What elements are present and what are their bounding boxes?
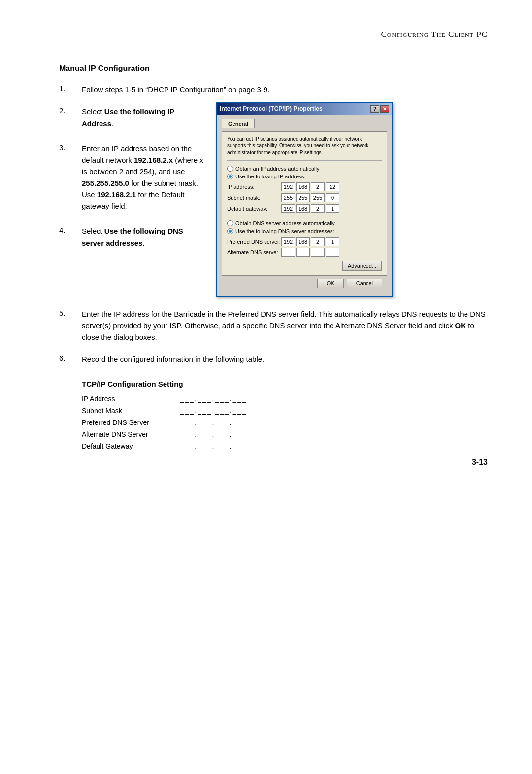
step-3: 3. Enter an IP address based on the defa… (59, 143, 207, 212)
table-label-gw: Default Gateway (82, 440, 180, 452)
tab-general[interactable]: General (222, 119, 255, 128)
ip-fields-section: IP address: Subnet mask: (227, 182, 382, 213)
subnet-mask-row: Subnet mask: (227, 193, 382, 202)
step-1-text: Follow steps 1-5 in “DHCP IP Configurati… (82, 84, 488, 95)
step-2-number: 2. (59, 106, 73, 115)
radio-auto-label: Obtain an IP address automatically (235, 166, 319, 172)
step-2: 2. Select Use the following IP Address. (59, 106, 207, 129)
subnet-mask-fields (281, 193, 339, 202)
page-header: Configuring The Client PC (59, 30, 488, 39)
gw-oct4[interactable] (326, 204, 339, 213)
table-value-pdns: ___.___.___.___ (180, 417, 279, 428)
step-3-number: 3. (59, 143, 73, 152)
radio-auto[interactable] (227, 166, 233, 172)
steps-left: 2. Select Use the following IP Address. … (59, 106, 207, 259)
cancel-button[interactable]: Cancel (347, 279, 382, 288)
dns-fields-section: Preferred DNS server: Alternate DNS serv… (227, 237, 382, 257)
win-dialog-title: Internet Protocol (TCP/IP) Properties (220, 106, 323, 112)
table-row: Subnet Mask ___.___.___.___ (82, 405, 279, 417)
ok-button[interactable]: OK (317, 279, 344, 288)
ip-oct2[interactable] (296, 182, 310, 191)
table-row: Preferred DNS Server ___.___.___.___ (82, 417, 279, 428)
dns-radio-auto[interactable] (227, 220, 233, 226)
tcp-ip-dialog: Internet Protocol (TCP/IP) Properties ? … (216, 102, 403, 297)
gw-oct3[interactable] (311, 204, 325, 213)
step-1: 1. Follow steps 1-5 in “DHCP IP Configur… (59, 84, 488, 95)
advanced-button[interactable]: Advanced... (342, 261, 382, 271)
ip-oct3[interactable] (311, 182, 325, 191)
dns-radio-auto-row[interactable]: Obtain DNS server address automatically (227, 220, 382, 226)
pdns-oct4[interactable] (326, 237, 339, 246)
win-body: General You can get IP settings assigned… (217, 115, 392, 296)
step-5-number: 5. (59, 308, 73, 317)
gateway-label: Default gateway: (227, 206, 281, 211)
step-6-text: Record the configured information in the… (82, 353, 488, 365)
adns-oct4[interactable] (326, 248, 339, 257)
table-label-subnet: Subnet Mask (82, 405, 180, 417)
pdns-oct2[interactable] (296, 237, 310, 246)
win-tab-bar: General (222, 119, 387, 128)
preferred-dns-row: Preferred DNS server: (227, 237, 382, 246)
adns-oct3[interactable] (311, 248, 325, 257)
table-row: Default Gateway ___.___.___.___ (82, 440, 279, 452)
ip-address-row: IP address: (227, 182, 382, 191)
ip-oct4[interactable] (326, 182, 339, 191)
win-content: You can get IP settings assigned automat… (222, 131, 387, 275)
section-title: Manual IP Configuration (59, 64, 488, 73)
sub-oct3[interactable] (311, 193, 325, 202)
radio-following[interactable] (227, 174, 233, 179)
preferred-dns-fields (281, 237, 339, 246)
win-close-btn[interactable]: ✕ (380, 105, 389, 113)
table-value-subnet: ___.___.___.___ (180, 405, 279, 417)
preferred-dns-label: Preferred DNS server: (227, 239, 281, 245)
step-4-number: 4. (59, 225, 73, 234)
steps-with-dialog: 2. Select Use the following IP Address. … (59, 106, 488, 297)
ip-address-fields (281, 182, 339, 191)
gw-dotted: ___.___.___.___ (180, 442, 247, 450)
pdns-oct3[interactable] (311, 237, 325, 246)
table-section: TCP/IP Configuration Setting IP Address … (82, 380, 488, 452)
adns-oct1[interactable] (281, 248, 295, 257)
win-dialog-container: Internet Protocol (TCP/IP) Properties ? … (216, 102, 393, 297)
ip-address-label: IP address: (227, 184, 281, 190)
step-2-text: Select Use the following IP Address. (82, 106, 207, 129)
sub-oct4[interactable] (326, 193, 339, 202)
pdns-dotted: ___.___.___.___ (180, 419, 247, 426)
win-help-btn[interactable]: ? (370, 105, 379, 113)
table-row: Alternate DNS Server ___.___.___.___ (82, 428, 279, 440)
dns-radio-following-row[interactable]: Use the following DNS server addresses: (227, 228, 382, 234)
table-value-ip: ___.___.___.___ (180, 393, 279, 405)
step-6: 6. Record the configured information in … (59, 353, 488, 365)
gateway-fields (281, 204, 339, 213)
step-3-text: Enter an IP address based on the default… (82, 143, 207, 212)
gateway-row: Default gateway: (227, 204, 382, 213)
table-label-pdns: Preferred DNS Server (82, 417, 180, 428)
dns-radio-following[interactable] (227, 228, 233, 234)
radio-auto-row[interactable]: Obtain an IP address automatically (227, 166, 382, 172)
dns-radio-auto-label: Obtain DNS server address automatically (235, 220, 335, 226)
table-value-adns: ___.___.___.___ (180, 428, 279, 440)
gw-oct2[interactable] (296, 204, 310, 213)
page-number: 3-13 (472, 458, 488, 467)
radio-following-label: Use the following IP address: (235, 174, 305, 179)
ip-dotted: ___.___.___.___ (180, 395, 247, 403)
subnet-mask-label: Subnet mask: (227, 195, 281, 201)
sub-oct1[interactable] (281, 193, 295, 202)
adns-oct2[interactable] (296, 248, 310, 257)
radio-following-row[interactable]: Use the following IP address: (227, 174, 382, 179)
alternate-dns-fields (281, 248, 339, 257)
pdns-oct1[interactable] (281, 237, 295, 246)
page: Configuring The Client PC Manual IP Conf… (0, 0, 532, 492)
sub-oct2[interactable] (296, 193, 310, 202)
section-divider (227, 217, 382, 217)
gw-oct1[interactable] (281, 204, 295, 213)
win-footer: OK Cancel (222, 275, 387, 291)
table-label-ip: IP Address (82, 393, 180, 405)
ip-oct1[interactable] (281, 182, 295, 191)
alternate-dns-row: Alternate DNS server: (227, 248, 382, 257)
alternate-dns-label: Alternate DNS server: (227, 249, 281, 255)
dns-radio-following-label: Use the following DNS server addresses: (235, 228, 334, 234)
adns-dotted: ___.___.___.___ (180, 430, 247, 438)
table-label-adns: Alternate DNS Server (82, 428, 180, 440)
config-table: IP Address ___.___.___.___ Subnet Mask _… (82, 393, 279, 452)
